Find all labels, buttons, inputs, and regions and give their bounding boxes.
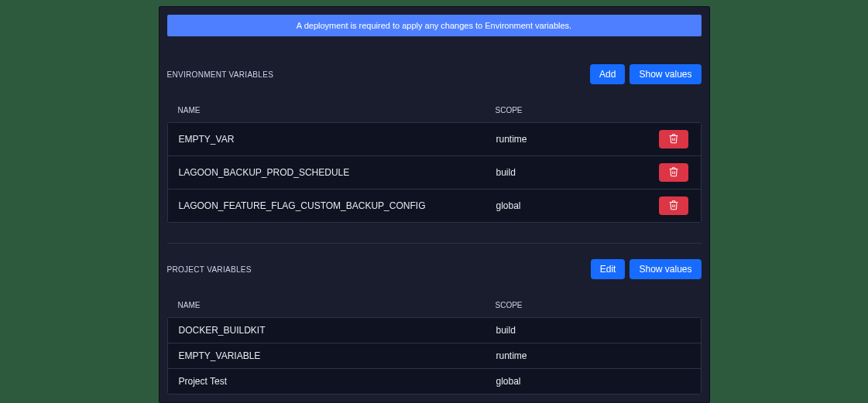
table-row: LAGOON_FEATURE_FLAG_CUSTOM_BACKUP_CONFIG… (168, 190, 701, 222)
env-header-scope: SCOPE (496, 106, 660, 114)
delete-button[interactable] (659, 130, 688, 149)
var-scope: runtime (496, 350, 690, 361)
banner-text: A deployment is required to apply any ch… (297, 21, 571, 30)
env-button-group: Add Show values (590, 64, 701, 84)
trash-icon (668, 200, 679, 213)
table-row: EMPTY_VARIABLE runtime (168, 343, 701, 369)
var-name: LAGOON_BACKUP_PROD_SCHEDULE (179, 167, 496, 178)
delete-button[interactable] (659, 196, 688, 215)
var-scope: runtime (496, 134, 659, 145)
var-name: EMPTY_VARIABLE (179, 350, 496, 361)
var-name: LAGOON_FEATURE_FLAG_CUSTOM_BACKUP_CONFIG (179, 200, 496, 211)
proj-section-title: PROJECT VARIABLES (167, 265, 252, 274)
section-divider (167, 243, 702, 244)
var-name: Project Test (179, 376, 496, 387)
var-scope: build (496, 167, 659, 178)
env-section-title: ENVIRONMENT VARIABLES (167, 70, 274, 79)
proj-header-scope: SCOPE (496, 301, 691, 309)
trash-icon (668, 166, 679, 179)
table-row: LAGOON_BACKUP_PROD_SCHEDULE build (168, 156, 701, 190)
show-values-button[interactable]: Show values (630, 64, 701, 84)
var-scope: global (496, 376, 690, 387)
env-table-body: EMPTY_VAR runtime LAGOON_BACKUP_PROD_SCH… (167, 122, 702, 223)
edit-button[interactable]: Edit (591, 259, 626, 279)
env-table-header: NAME SCOPE (167, 98, 702, 122)
table-row: DOCKER_BUILDKIT build (168, 318, 701, 343)
trash-icon (668, 133, 679, 146)
proj-header-name: NAME (178, 301, 496, 309)
var-scope: build (496, 325, 690, 336)
table-row: Project Test global (168, 369, 701, 394)
table-row: EMPTY_VAR runtime (168, 123, 701, 156)
var-scope: global (496, 200, 659, 211)
settings-panel: A deployment is required to apply any ch… (159, 6, 710, 403)
proj-button-group: Edit Show values (591, 259, 702, 279)
deployment-banner: A deployment is required to apply any ch… (167, 15, 702, 36)
var-name: DOCKER_BUILDKIT (179, 325, 496, 336)
proj-section-header: PROJECT VARIABLES Edit Show values (167, 259, 702, 279)
env-section-header: ENVIRONMENT VARIABLES Add Show values (167, 64, 702, 84)
show-values-button[interactable]: Show values (630, 259, 701, 279)
delete-button[interactable] (659, 163, 688, 182)
proj-table-body: DOCKER_BUILDKIT build EMPTY_VARIABLE run… (167, 317, 702, 394)
var-name: EMPTY_VAR (179, 134, 496, 145)
proj-table-header: NAME SCOPE (167, 293, 702, 317)
add-button[interactable]: Add (590, 64, 625, 84)
env-header-name: NAME (178, 106, 496, 114)
